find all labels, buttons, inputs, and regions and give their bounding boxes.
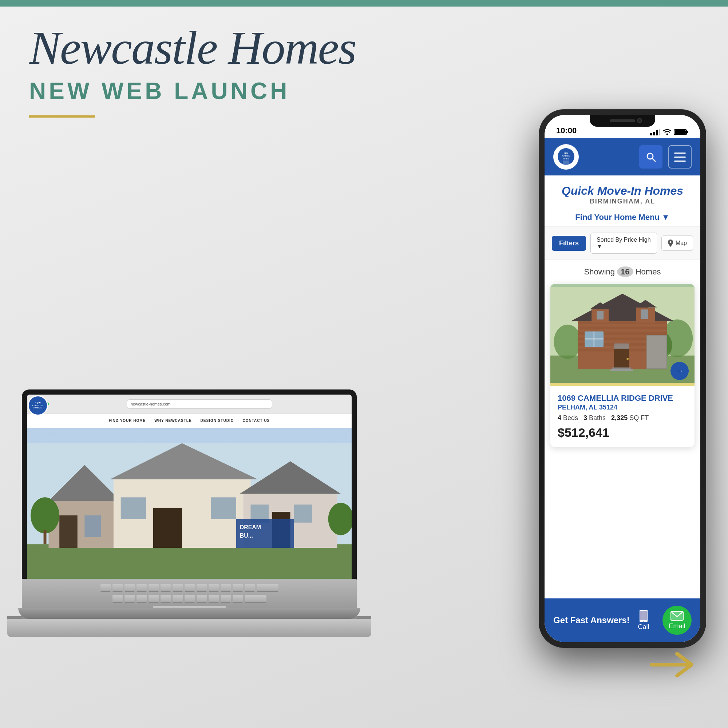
- status-time: 10:00: [556, 126, 577, 135]
- email-label: Email: [669, 622, 685, 630]
- property-card[interactable]: → 1069 CAMELLIA RIDGE DRIVE PELHAM, AL 3…: [551, 284, 694, 447]
- page-wrapper: Newcastle Homes NEW WEB LAUNCH newcastle…: [0, 0, 728, 728]
- phone-search-button[interactable]: [639, 145, 662, 168]
- svg-rect-29: [675, 130, 686, 134]
- phone-bottom-bar: Get Fast Answers! Call: [544, 598, 700, 642]
- call-icon: [638, 610, 649, 622]
- key: [245, 584, 255, 592]
- svg-rect-26: [659, 129, 660, 135]
- brand-title: Newcastle Homes: [29, 22, 356, 74]
- key: [232, 584, 243, 592]
- baths-count: 3: [583, 414, 587, 422]
- key: [245, 595, 266, 603]
- nav-item-design[interactable]: DESIGN STUDIO: [200, 419, 234, 423]
- laptop-screen-outer: newcastle-homes.com NEWCASTLEHOMES FIND …: [22, 390, 357, 601]
- svg-rect-4: [59, 515, 78, 548]
- find-home-menu[interactable]: Find Your Home Menu ▼: [544, 208, 700, 227]
- key: [148, 584, 159, 592]
- house-illustration: DREAM BU...: [27, 428, 352, 595]
- arrow-decoration: [648, 647, 699, 684]
- svg-point-65: [626, 358, 629, 360]
- newcastle-logo-laptop: NEWCASTLEHOMES: [28, 395, 48, 416]
- sort-label: Sorted By Price High ▼: [596, 237, 651, 250]
- nav-item-contact[interactable]: CONTACT US: [242, 419, 270, 423]
- key: [220, 584, 231, 592]
- key: [209, 595, 219, 603]
- key: [209, 584, 219, 592]
- svg-rect-9: [153, 508, 182, 548]
- svg-line-37: [652, 158, 655, 161]
- svg-text:CASTLE: CASTLE: [562, 155, 570, 157]
- property-address: 1069 CAMELLIA RIDGE DRIVE: [558, 393, 687, 404]
- filter-button[interactable]: Filters: [552, 236, 586, 251]
- showing-count: 16: [617, 266, 633, 277]
- key: [124, 584, 135, 592]
- phone-page-title-area: Quick Move-In Homes BIRMINGHAM, AL: [544, 176, 700, 208]
- browser-chrome: newcastle-homes.com: [27, 395, 352, 413]
- showing-label: Showing: [584, 267, 615, 276]
- phone-hamburger-button[interactable]: [668, 145, 691, 168]
- svg-point-27: [667, 134, 668, 135]
- signal-icon: [650, 129, 660, 135]
- svg-rect-66: [614, 344, 629, 349]
- key: [112, 584, 123, 592]
- svg-point-17: [31, 497, 59, 533]
- bottom-bar-text: Get Fast Answers!: [553, 615, 638, 626]
- battery-icon: [674, 129, 689, 135]
- property-city: PELHAM, AL 35124: [558, 404, 687, 411]
- key: [185, 595, 195, 603]
- sort-button[interactable]: Sorted By Price High ▼: [590, 232, 657, 254]
- svg-rect-24: [653, 132, 655, 135]
- phone-speaker: [610, 119, 635, 122]
- key: [136, 595, 147, 603]
- nav-item-why[interactable]: WHY NEWCASTLE: [154, 419, 191, 423]
- beds-count: 4: [558, 414, 561, 422]
- email-button[interactable]: Email: [662, 606, 691, 635]
- key: [136, 584, 147, 592]
- key: [173, 595, 183, 603]
- website-nav: NEWCASTLEHOMES FIND YOUR HOME WHY NEWCAS…: [27, 413, 352, 428]
- page-subtitle: BIRMINGHAM, AL: [552, 198, 693, 205]
- phone-header: NEW CASTLE HOMES: [544, 138, 700, 176]
- laptop-foot: [18, 608, 360, 619]
- menu-line-3: [674, 161, 686, 162]
- laptop-screen: newcastle-homes.com NEWCASTLEHOMES FIND …: [27, 395, 352, 595]
- svg-rect-23: [650, 133, 652, 135]
- map-button[interactable]: Map: [661, 236, 693, 251]
- svg-point-38: [669, 241, 671, 243]
- key: [173, 584, 183, 592]
- wifi-icon: [663, 129, 671, 135]
- svg-rect-58: [641, 309, 648, 319]
- svg-rect-11: [211, 497, 236, 519]
- menu-line-2: [674, 156, 686, 158]
- sqft-count: 2,325: [611, 414, 627, 422]
- menu-line-1: [674, 153, 686, 154]
- svg-rect-68: [610, 369, 633, 371]
- showing-text: Showing 16 Homes: [544, 260, 700, 284]
- key: [112, 595, 123, 603]
- property-arrow-button[interactable]: →: [670, 362, 689, 380]
- svg-rect-72: [670, 611, 684, 621]
- svg-text:BU...: BU...: [240, 532, 253, 539]
- property-image: →: [551, 284, 694, 386]
- svg-rect-60: [647, 336, 667, 369]
- key: [185, 584, 195, 592]
- phone-container: 10:00: [539, 109, 706, 648]
- svg-rect-10: [121, 497, 146, 519]
- browser-address-bar[interactable]: newcastle-homes.com: [127, 399, 272, 409]
- laptop-base: [7, 619, 371, 637]
- map-label: Map: [676, 240, 687, 246]
- svg-rect-55: [596, 311, 604, 320]
- key: [161, 584, 171, 592]
- subtitle: NEW WEB LAUNCH: [29, 78, 356, 104]
- phone-notch: [590, 115, 655, 127]
- find-menu-label[interactable]: Find Your Home Menu ▼: [575, 213, 669, 222]
- svg-rect-25: [656, 130, 658, 135]
- filter-row: Filters Sorted By Price High ▼ Map: [544, 227, 700, 260]
- key: [161, 595, 171, 603]
- svg-text:HOMES: HOMES: [563, 158, 569, 160]
- page-title: Quick Move-In Homes: [552, 184, 693, 198]
- nav-item-find[interactable]: FIND YOUR HOME: [109, 419, 146, 423]
- call-button[interactable]: Call: [638, 610, 649, 631]
- phone-outer: 10:00: [539, 109, 706, 648]
